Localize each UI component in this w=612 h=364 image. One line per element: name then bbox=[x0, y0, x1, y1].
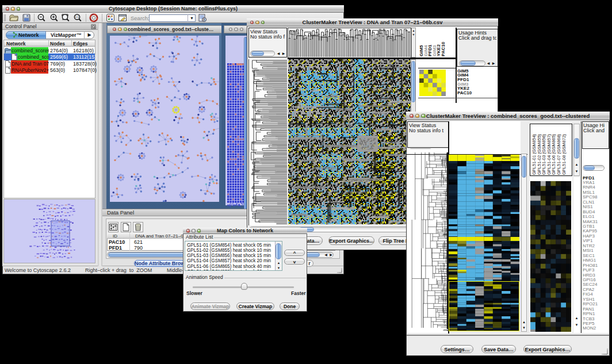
svg-text:1:1: 1:1 bbox=[75, 16, 79, 18]
